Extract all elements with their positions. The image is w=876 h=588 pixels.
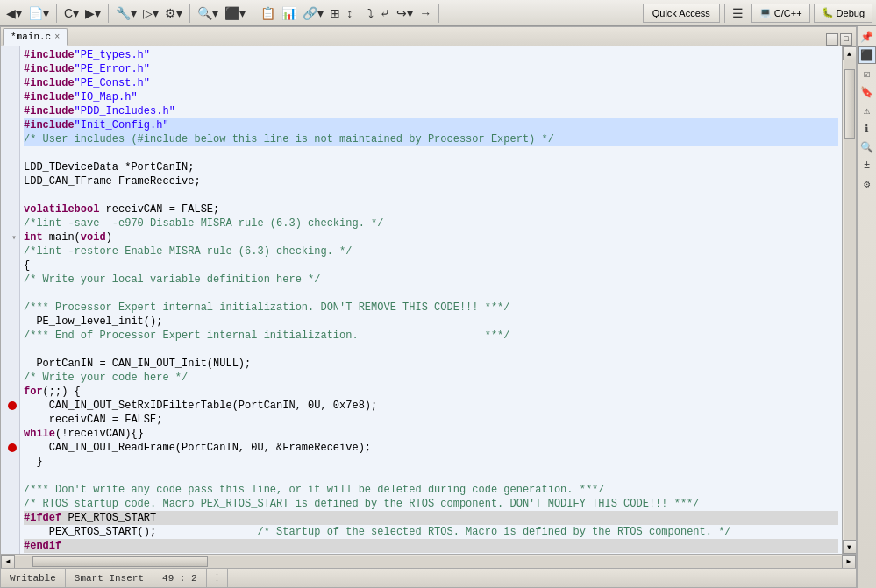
toolbar-btn-nav3[interactable]: ⚙▾: [162, 3, 185, 24]
vscroll-thumb[interactable]: [844, 69, 855, 139]
sidebar-icon-task[interactable]: ☑: [858, 65, 876, 82]
quick-access-button[interactable]: Quick Access: [643, 4, 720, 23]
writable-label: Writable: [10, 573, 56, 584]
status-smart-insert: Smart Insert: [66, 569, 153, 587]
perspective-cpp-button[interactable]: 💻 C/C++: [751, 4, 810, 23]
code-line-13: /*lint -save -e970 Disable MISRA rule (6…: [24, 216, 838, 230]
vscroll-track[interactable]: [844, 60, 856, 540]
toolbar-btn-misc1[interactable]: 📋: [258, 3, 278, 24]
code-line-6: #include "Init_Config.h": [24, 118, 838, 132]
toolbar-btn-extra1[interactable]: ☰: [730, 3, 746, 24]
code-line-23: PortCanIN = CAN_IN_OUT_Init(NULL);: [24, 357, 838, 371]
toolbar-btn-step2[interactable]: ⤶: [377, 3, 393, 24]
hscroll-thumb[interactable]: [32, 556, 208, 567]
gutter-34: [1, 511, 19, 525]
hscroll-track[interactable]: [15, 556, 842, 568]
toolbar-sep-5: [360, 4, 360, 23]
gutter-9: [1, 160, 19, 174]
gutter-4: [1, 90, 19, 104]
gutter-20: [1, 315, 19, 329]
position-label: 49 : 2: [162, 573, 197, 584]
gutter-26: [1, 399, 19, 413]
toolbar-btn-step1[interactable]: ⤵: [365, 3, 376, 24]
gutter-32: [1, 483, 19, 497]
maximize-button[interactable]: □: [840, 33, 852, 46]
toolbar-btn-misc2[interactable]: 📊: [279, 3, 299, 24]
perspective-debug-button[interactable]: 🐛 Debug: [814, 4, 872, 23]
code-line-28: while(!receivCAN){}: [24, 427, 838, 441]
gutter-24: [1, 371, 19, 385]
code-line-16: {: [24, 259, 838, 273]
gutter-35: [1, 525, 19, 539]
horizontal-scrollbar: ◀ ▶: [1, 554, 856, 568]
toolbar-btn-debug2[interactable]: ⬛▾: [222, 3, 248, 24]
code-line-30: }: [24, 455, 838, 469]
code-line-24: /* Write your code here */: [24, 371, 838, 385]
gutter-33: [1, 497, 19, 511]
gutter-11: [1, 188, 19, 202]
sidebar-icon-search[interactable]: 🔍: [858, 138, 876, 156]
tab-close-button[interactable]: ×: [54, 32, 60, 42]
toolbar-btn-file[interactable]: 📄▾: [25, 3, 52, 24]
code-line-29: CAN_IN_OUT_ReadFrame(PortCanIN, 0U, &Fra…: [24, 441, 838, 455]
sidebar-icon-warning[interactable]: ⚠: [858, 102, 876, 119]
toolbar-btn-c[interactable]: C▾: [61, 3, 82, 24]
gutter-1: [1, 48, 19, 62]
editor-tab-main[interactable]: *main.c ×: [3, 28, 68, 46]
gutter-12: [1, 202, 19, 216]
toolbar-sep-4: [253, 4, 253, 23]
gutter-3: [1, 76, 19, 90]
gutter-25: [1, 385, 19, 399]
toolbar-btn-nav2[interactable]: ▷▾: [140, 3, 161, 24]
code-line-17: /* Write your local variable definition …: [24, 273, 838, 287]
toolbar-btn-misc4[interactable]: ⊞: [327, 3, 343, 24]
code-line-1: #include "PE_types.h": [24, 48, 838, 62]
sidebar-icon-bookmark[interactable]: 🔖: [858, 83, 876, 101]
gutter-21: [1, 329, 19, 343]
gutter-16: [1, 259, 19, 273]
code-line-25: for(;;) {: [24, 385, 838, 399]
sidebar-icon-outline[interactable]: ⬛: [858, 46, 876, 64]
sidebar-icon-settings[interactable]: ⚙: [858, 175, 876, 193]
toolbar-btn-misc3[interactable]: 🔗▾: [300, 3, 326, 24]
code-line-22: [24, 343, 838, 357]
toolbar-btn-step3[interactable]: ↪▾: [394, 3, 416, 24]
gutter-19: [1, 301, 19, 315]
code-line-19: /*** Processor Expert internal initializ…: [24, 301, 838, 315]
toolbar-btn-nav1[interactable]: 🔧▾: [113, 3, 139, 24]
status-bar: Writable Smart Insert 49 : 2 ⋮: [1, 568, 856, 587]
sidebar-icon-diff[interactable]: ±: [858, 157, 876, 174]
code-line-32: /*** Don't write any code pass this line…: [24, 483, 838, 497]
sidebar-icon-info[interactable]: ℹ: [858, 120, 876, 138]
gutter-30: [1, 455, 19, 469]
vscroll-down-button[interactable]: ▼: [843, 540, 857, 554]
hscroll-left-button[interactable]: ◀: [1, 555, 15, 569]
gutter-23: [1, 357, 19, 371]
code-line-37: /*** End of RTOS startup code. ***/: [24, 553, 838, 554]
sidebar-icon-pin[interactable]: 📌: [858, 28, 876, 46]
toolbar: ◀▾ 📄▾ C▾ ▶▾ 🔧▾ ▷▾ ⚙▾ 🔍▾ ⬛▾ 📋 📊 🔗▾ ⊞ ↕ ⤵ …: [0, 0, 876, 26]
vscroll-up-button[interactable]: ▲: [843, 46, 857, 60]
minimize-button[interactable]: —: [826, 33, 838, 46]
gutter-5: [1, 104, 19, 118]
gutter-15: [1, 244, 19, 259]
vertical-scrollbar: ▲ ▼: [842, 46, 856, 554]
gutter-13: [1, 216, 19, 230]
toolbar-sep-2: [108, 4, 109, 23]
code-content[interactable]: #include "PE_types.h" #include "PE_Error…: [20, 46, 842, 554]
hscroll-right-button[interactable]: ▶: [842, 555, 856, 569]
toolbar-btn-debug1[interactable]: 🔍▾: [195, 3, 221, 24]
debug-icon: 🐛: [822, 7, 834, 18]
toolbar-btn-back[interactable]: ◀▾: [4, 3, 25, 24]
toolbar-btn-misc5[interactable]: ↕: [344, 3, 355, 24]
status-writable: Writable: [1, 569, 66, 587]
gutter-36: [1, 539, 19, 553]
dots-icon: ⋮: [212, 572, 222, 584]
toolbar-btn-step4[interactable]: →: [417, 3, 434, 24]
code-line-20: PE_low_level_init();: [24, 315, 838, 329]
toolbar-group-step: ⤵ ⤶ ↪▾ →: [365, 3, 434, 24]
code-line-21: /*** End of Processor Expert internal in…: [24, 329, 838, 343]
toolbar-btn-run[interactable]: ▶▾: [82, 3, 103, 24]
smart-insert-label: Smart Insert: [75, 573, 144, 584]
perspective-area: 💻 C/C++ 🐛 Debug: [751, 4, 872, 23]
